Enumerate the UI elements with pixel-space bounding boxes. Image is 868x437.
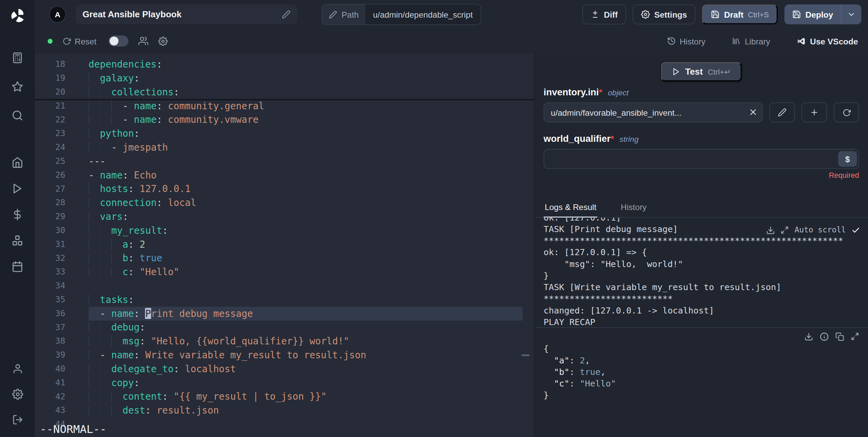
editor-line[interactable]: 40 delegate_to: localhost	[35, 362, 534, 376]
expand-result-icon[interactable]	[851, 332, 859, 341]
editor-line[interactable]: 35 tasks:	[35, 293, 534, 307]
deploy-dropdown-button[interactable]	[842, 4, 862, 24]
code-text[interactable]: ---	[89, 154, 522, 168]
auto-scroll-checkbox[interactable]	[851, 226, 860, 234]
code-text[interactable]: galaxy:	[89, 72, 522, 86]
code-text[interactable]: debug:	[89, 321, 522, 335]
world-qualifier-input[interactable]	[544, 149, 859, 169]
code-text[interactable]: content: "{{ my_result | to_json }}"	[89, 390, 522, 404]
workspace-settings-gear-icon[interactable]	[0, 381, 35, 407]
code-text[interactable]: vars:	[89, 210, 522, 224]
editor-line[interactable]: 31 a: 2	[35, 238, 534, 251]
expand-logs-icon[interactable]	[781, 226, 789, 234]
editor-line[interactable]: 26- name: Echo	[35, 168, 534, 182]
editor-line[interactable]: 21 - name: community.general	[35, 99, 534, 113]
clear-x-icon[interactable]	[748, 108, 758, 117]
editor-line[interactable]: 44	[35, 418, 534, 432]
editor-line[interactable]: 25---	[35, 154, 534, 168]
insert-variable-dollar-button[interactable]: $	[838, 151, 857, 167]
editor-line[interactable]: 18dependencies:	[35, 58, 534, 72]
windmill-logo-icon[interactable]	[9, 7, 26, 24]
resources-boxes-icon[interactable]	[0, 228, 35, 254]
editor-line[interactable]: 22 - name: community.vmware	[35, 113, 534, 127]
editor-line[interactable]: 43 dest: result.json	[35, 404, 534, 418]
workspace-avatar[interactable]: A	[49, 6, 66, 23]
code-text[interactable]: msg: "Hello, {{world_qualifier}} world!"	[89, 335, 522, 348]
code-text[interactable]: copy:	[89, 376, 522, 390]
edit-resource-button[interactable]	[769, 102, 795, 122]
settings-button[interactable]: Settings	[633, 4, 695, 24]
tab-history[interactable]: History	[620, 197, 648, 217]
reset-button[interactable]: Reset	[62, 36, 96, 46]
diff-button[interactable]: Diff	[582, 4, 626, 24]
editor-settings-gear-icon[interactable]	[158, 36, 168, 46]
diff-mode-toggle[interactable]	[109, 35, 129, 46]
editor-line[interactable]: 24 - jmespath	[35, 141, 534, 155]
code-text[interactable]: collections:	[89, 85, 522, 99]
result-json[interactable]: { "a": 2, "b": true, "c": "Hello"}	[535, 341, 868, 403]
code-text[interactable]: - name: Print debug message	[89, 307, 522, 321]
code-text[interactable]: c: "Hello"	[89, 265, 522, 279]
multiplayer-users-icon[interactable]	[138, 36, 148, 46]
editor-line[interactable]: 27 hosts: 127.0.0.1	[35, 182, 534, 196]
editor-line[interactable]: 30 my_result:	[35, 224, 534, 238]
add-resource-button[interactable]	[802, 102, 827, 122]
code-text[interactable]: delegate_to: localhost	[89, 362, 522, 376]
deploy-button[interactable]: Deploy	[785, 4, 841, 24]
tab-logs-result[interactable]: Logs & Result	[544, 197, 598, 217]
editor-line[interactable]: 33 c: "Hello"	[35, 265, 534, 279]
home-icon[interactable]	[0, 150, 35, 176]
download-logs-icon[interactable]	[766, 226, 775, 234]
editor-line[interactable]: 42 content: "{{ my_result | to_json }}"	[35, 390, 534, 404]
draft-button[interactable]: Draft Ctrl+S	[702, 4, 778, 24]
code-text[interactable]: my_result:	[89, 224, 522, 238]
search-icon[interactable]	[0, 101, 35, 130]
code-text[interactable]: dependencies:	[89, 58, 522, 72]
code-text[interactable]	[89, 279, 522, 293]
path-group[interactable]: Path u/admin/dependable_script	[322, 4, 481, 25]
logout-icon[interactable]	[0, 407, 35, 433]
edit-title-pencil-icon[interactable]	[282, 10, 291, 19]
code-text[interactable]: - name: community.vmware	[89, 113, 522, 127]
use-vscode-button[interactable]: Use VScode	[797, 36, 858, 46]
editor-line[interactable]: 38 msg: "Hello, {{world_qualifier}} worl…	[35, 335, 534, 348]
editor-line[interactable]: 36 - name: Print debug message	[35, 307, 534, 321]
editor-line[interactable]: 19 galaxy:	[35, 72, 534, 86]
editor-line[interactable]: 34	[35, 279, 534, 293]
library-button[interactable]: Library	[732, 36, 770, 46]
editor-line[interactable]: 37 debug:	[35, 321, 534, 335]
code-text[interactable]: connection: local	[89, 196, 522, 210]
code-text[interactable]: - jmespath	[89, 141, 522, 155]
download-result-icon[interactable]	[804, 332, 813, 341]
editor-line[interactable]: 20 collections:	[35, 85, 534, 99]
path-label-segment[interactable]: Path	[322, 4, 365, 24]
code-text[interactable]: dest: result.json	[89, 404, 522, 418]
code-text[interactable]: python:	[89, 127, 522, 141]
code-text[interactable]: - name: Write variable my_result to resu…	[89, 348, 522, 362]
test-button[interactable]: Test Ctrl+↵	[661, 62, 742, 81]
code-editor[interactable]: 18dependencies:19 galaxy:20 collections:…	[35, 53, 534, 437]
schedules-calendar-icon[interactable]	[0, 253, 35, 280]
code-text[interactable]: - name: community.general	[89, 99, 522, 113]
editor-line[interactable]: 29 vars:	[35, 210, 534, 224]
code-text[interactable]	[89, 418, 522, 432]
editor-line[interactable]: 28 connection: local	[35, 196, 534, 210]
editor-line[interactable]: 41 copy:	[35, 376, 534, 390]
variables-dollar-icon[interactable]	[0, 202, 35, 228]
code-text[interactable]: tasks:	[89, 293, 522, 307]
editor-line[interactable]: 39 - name: Write variable my_result to r…	[35, 348, 534, 362]
copy-result-icon[interactable]	[835, 332, 844, 341]
editor-line[interactable]: 23 python:	[35, 127, 534, 141]
editor-line[interactable]: 32 b: true	[35, 251, 534, 265]
runs-play-icon[interactable]	[0, 175, 35, 202]
history-button[interactable]: History	[667, 36, 706, 46]
script-title-box[interactable]: Great Ansible Playbook	[76, 4, 297, 24]
code-text[interactable]: - name: Echo	[89, 168, 522, 182]
refresh-resource-button[interactable]	[834, 102, 859, 122]
code-text[interactable]: a: 2	[89, 238, 522, 251]
code-text[interactable]: hosts: 127.0.0.1	[89, 182, 522, 196]
favorites-star-icon[interactable]	[0, 72, 35, 101]
apps-calculator-icon[interactable]	[0, 43, 35, 72]
logs-output[interactable]: ok: [127.0.0.1] TASK [Print debug messag…	[535, 217, 868, 328]
code-text[interactable]: b: true	[89, 251, 522, 265]
